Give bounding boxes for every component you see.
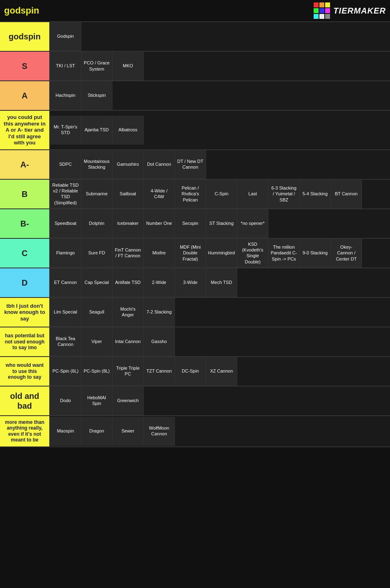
tier-item[interactable]: 2-Wide — [144, 268, 175, 297]
tier-row-d: DET CannonCap SpecialAntifate TSD2-Wide3… — [0, 268, 390, 298]
tier-item[interactable]: Sewer — [112, 417, 144, 446]
tier-item[interactable]: Godspin — [50, 22, 81, 51]
logo-cell — [325, 8, 330, 13]
tier-items-a-note: Mr. T-Spin's STDAjanba TSDAlbatross — [49, 111, 390, 149]
tier-label-b: B — [0, 180, 49, 208]
logo-cell — [319, 14, 324, 19]
logo-cell — [319, 8, 324, 13]
tier-item[interactable]: Cap Special — [81, 268, 112, 297]
tier-item[interactable]: Number One — [144, 209, 175, 238]
tier-item[interactable]: *no opener* — [237, 209, 268, 238]
tier-item[interactable]: Seagull — [81, 298, 112, 327]
tier-item[interactable]: Ajanba TSD — [81, 116, 112, 144]
tier-item[interactable]: 5-4 Stacking — [300, 180, 331, 208]
logo-cell — [325, 2, 330, 7]
tier-item[interactable]: Hummingbird — [206, 239, 237, 268]
tier-items-d: ET CannonCap SpecialAntifate TSD2-Wide3-… — [49, 268, 390, 297]
tier-row-a-note: you could put this anywhere in A or A- t… — [0, 111, 390, 150]
tier-items-a-minus: SDPCMountainous StackingGamushiroDot Can… — [49, 150, 390, 179]
tier-item[interactable]: Maospin — [50, 417, 81, 446]
tier-item[interactable]: Icebreaker — [112, 209, 144, 238]
tier-item[interactable]: HeboMAI Spin — [81, 387, 112, 415]
tier-item[interactable]: Dodo — [50, 387, 81, 415]
tier-item[interactable]: Viper — [81, 327, 112, 356]
tier-item[interactable]: Pelican / Rivilica's Pelican — [175, 180, 206, 208]
tier-item[interactable]: Secspin — [175, 209, 206, 238]
tier-items-potential: Black Tea CannonViperIntai CannonGassho — [49, 327, 390, 356]
tier-item[interactable]: 4-Wide / C4W — [144, 180, 175, 208]
tier-item[interactable]: Gassho — [144, 327, 175, 356]
tier-item[interactable]: Mochi's Anger — [112, 298, 144, 327]
tier-item[interactable]: TZT Cannon — [144, 357, 175, 386]
tier-label-a-minus: A- — [0, 150, 49, 179]
tiers-container: godspinGodspinSTKI / LSTPCO / Grace Syst… — [0, 22, 390, 447]
tier-item[interactable]: PCO / Grace System — [81, 52, 112, 80]
tier-item[interactable]: MKO — [112, 52, 144, 80]
tier-item[interactable]: Dolphin — [81, 209, 112, 238]
tier-item[interactable]: Last — [237, 180, 268, 208]
tier-item[interactable]: Hachispin — [50, 81, 81, 110]
tier-item[interactable]: SDPC — [50, 150, 81, 179]
tier-item[interactable]: Submarine — [81, 180, 112, 208]
logo-text: TiERMAKER — [333, 6, 386, 16]
tier-label-a-note: you could put this anywhere in A or A- t… — [0, 111, 49, 149]
tier-row-potential: has potential but not used enough to say… — [0, 327, 390, 357]
tier-row-c: CFlamingoSure FDFinT Cannon / FT CannonM… — [0, 239, 390, 268]
tier-row-b-minus: B-SpeedboatDolphinIcebreakerNumber OneSe… — [0, 209, 390, 239]
tier-item[interactable]: Mech TSD — [206, 268, 237, 297]
tier-item[interactable]: DC-Spin — [175, 357, 206, 386]
tier-item[interactable]: 9-0 Stacking — [300, 239, 331, 268]
tier-item[interactable]: Flamingo — [50, 239, 81, 268]
tier-item[interactable]: 7-2 Stacking — [144, 298, 175, 327]
tier-item[interactable]: Dragon — [81, 417, 112, 446]
tier-item[interactable]: Lim Special — [50, 298, 81, 327]
tier-item[interactable]: 6-3 Stacking / Yuimetal / SBZ — [268, 180, 300, 208]
tier-item[interactable]: Reliable TSD v2 / Reliable TSD (Simplifi… — [50, 180, 81, 208]
tier-item[interactable]: Mr. T-Spin's STD — [50, 116, 81, 144]
tier-items-old: DodoHeboMAI SpinGreenwich — [49, 387, 390, 415]
tier-row-a-minus: A-SDPCMountainous StackingGamushiroDot C… — [0, 150, 390, 180]
header: godspin TiERMAKER — [0, 0, 390, 22]
tier-label-who: who would want to use this enough to say — [0, 357, 49, 386]
tier-item[interactable]: TKI / LST — [50, 52, 81, 80]
tier-label-c: C — [0, 239, 49, 268]
tier-item[interactable]: Greenwich — [112, 387, 144, 415]
logo-cell — [314, 8, 319, 13]
tier-item[interactable]: Black Tea Cannon — [50, 327, 81, 356]
tier-item[interactable]: The million Pandaedit C-Spin -> PCs — [268, 239, 300, 268]
tier-label-godspin: godspin — [0, 22, 49, 51]
tier-item[interactable]: Mountainous Stacking — [81, 150, 112, 179]
tier-item[interactable]: MDF (Mini Double Fractal) — [175, 239, 206, 268]
tier-item[interactable]: BT Cannon — [331, 180, 362, 208]
tier-row-a: AHachispinStickspin — [0, 81, 390, 111]
page-container: godspin TiERMAKER godspinGodspinSTKI / L… — [0, 0, 390, 447]
tier-item[interactable]: Sailboat — [112, 180, 144, 208]
tier-label-potential: has potential but not used enough to say… — [0, 327, 49, 356]
tier-item[interactable]: Speedboat — [50, 209, 81, 238]
tier-item[interactable]: Triple Triple PC — [112, 357, 144, 386]
header-title: godspin — [4, 5, 314, 16]
tier-item[interactable]: Stickspin — [81, 81, 112, 110]
tier-item[interactable]: Sure FD — [81, 239, 112, 268]
tier-item[interactable]: WolfMoon Cannon — [144, 417, 175, 446]
tier-item[interactable]: C-Spin — [206, 180, 237, 208]
tier-item[interactable]: Dot Cannon — [144, 150, 175, 179]
tier-item[interactable]: Okey-Cannon / Center DT — [331, 239, 362, 268]
tier-item[interactable]: Antifate TSD — [112, 268, 144, 297]
tier-item[interactable]: PC-Spin (6L) — [50, 357, 81, 386]
tier-item[interactable]: Intai Cannon — [112, 327, 144, 356]
tier-item[interactable]: FinT Cannon / FT Cannon — [112, 239, 144, 268]
tier-item[interactable]: ST Stacking — [206, 209, 237, 238]
tier-item[interactable]: XZ Cannon — [206, 357, 237, 386]
tier-item[interactable]: 3-Wide — [175, 268, 206, 297]
tier-item[interactable]: KSD (Kvodeth's Single Double) — [237, 239, 268, 268]
tier-item[interactable]: PC-Spin (8L) — [81, 357, 112, 386]
tier-item[interactable]: Gamushiro — [112, 150, 144, 179]
tier-item[interactable]: ET Cannon — [50, 268, 81, 297]
tier-item[interactable]: Misfire — [144, 239, 175, 268]
tier-row-s: STKI / LSTPCO / Grace SystemMKO — [0, 52, 390, 81]
tier-item[interactable]: DT / New DT Cannon — [175, 150, 206, 179]
logo-cell — [314, 2, 319, 7]
tier-item[interactable]: Albatross — [112, 116, 144, 144]
tier-label-s: S — [0, 52, 49, 80]
